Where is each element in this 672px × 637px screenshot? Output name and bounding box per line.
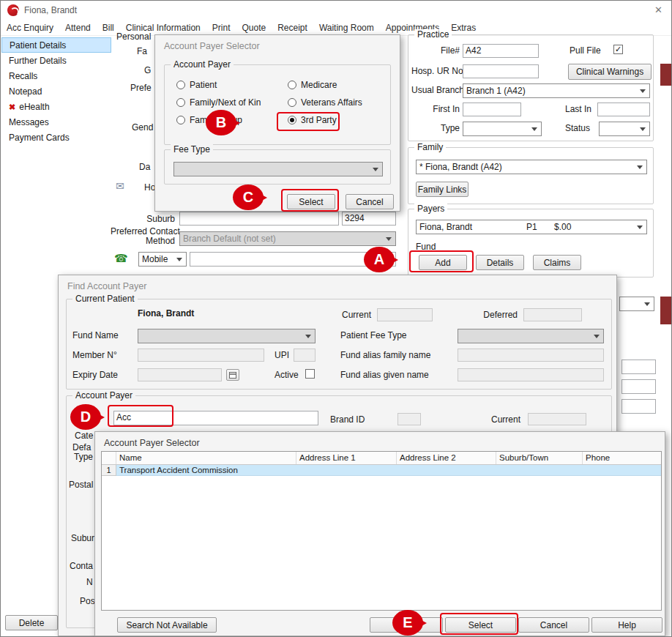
menu-acc-enquiry[interactable]: Acc Enquiry <box>7 23 53 33</box>
family-member-combo[interactable]: * Fiona, Brandt (A42) <box>416 160 647 174</box>
dialog-title: Find Account Payer <box>67 281 146 291</box>
marker-c: C <box>233 185 264 210</box>
sidebar-item-payment-cards[interactable]: Payment Cards <box>1 130 111 145</box>
current-label: Current <box>324 310 371 320</box>
payer-results-table: Name Address Line 1 Address Line 2 Subur… <box>101 451 662 611</box>
sidebar-item-patient-details[interactable]: Patient Details <box>1 37 111 53</box>
menu-waiting-room[interactable]: Waiting Room <box>319 23 374 33</box>
fund-label: Fund <box>416 242 436 252</box>
column-header-phone[interactable]: Phone <box>583 452 662 464</box>
suburb-field[interactable] <box>179 212 339 226</box>
last-in-field[interactable] <box>597 103 650 116</box>
radio-veterans-affairs[interactable]: Veterans Affairs <box>288 97 362 108</box>
account-payer-search-input[interactable]: Acc <box>113 411 318 425</box>
menu-attend[interactable]: Attend <box>65 23 91 33</box>
upi-label: UPI <box>275 350 289 360</box>
status-combo[interactable] <box>599 122 650 136</box>
fund-details-button[interactable]: Details <box>476 255 524 270</box>
fee-type-group: Fee Type <box>164 149 391 185</box>
n-label-partial: N <box>86 577 93 587</box>
menu-receipt[interactable]: Receipt <box>277 23 307 33</box>
search-not-available-button[interactable]: Search Not Available <box>117 617 217 633</box>
menu-extras[interactable]: Extras <box>451 23 476 33</box>
patient-fee-type-combo <box>458 329 604 343</box>
marker-a: A <box>364 247 395 272</box>
title-bar: Fiona, Brandt ✕ <box>1 1 671 20</box>
column-header-address1[interactable]: Address Line 1 <box>296 452 397 464</box>
fund-claims-button[interactable]: Claims <box>533 255 581 270</box>
type-label: Type <box>411 123 460 133</box>
menu-quote[interactable]: Quote <box>242 23 266 33</box>
contact-label-partial: Conta <box>70 561 93 571</box>
menu-bill[interactable]: Bill <box>102 23 114 33</box>
menu-print[interactable]: Print <box>212 23 231 33</box>
background-field-fragment <box>621 360 656 374</box>
file-label: File# <box>411 45 460 56</box>
phone-icon: ☎ <box>114 252 128 265</box>
table-row[interactable]: Transport Accident Commission <box>116 465 661 476</box>
patient-name-value: Fiona, Brandt <box>138 308 194 318</box>
column-header-address2[interactable]: Address Line 2 <box>397 452 496 464</box>
pos-label-partial: Pos <box>80 596 95 606</box>
file-number-field[interactable]: A42 <box>463 44 539 58</box>
deferred-label: Deferred <box>471 310 518 320</box>
current-field-2 <box>528 413 586 425</box>
personal-group-label: Personal <box>116 31 151 42</box>
account-payer-group-label: Account Payer <box>72 390 135 401</box>
sidebar-item-ehealth[interactable]: ✖eHealth <box>1 99 111 114</box>
given-name-label: G <box>144 65 151 75</box>
selector-select-button[interactable]: Select <box>287 194 335 209</box>
hosp-ur-field[interactable] <box>463 64 539 78</box>
fund-alias-given-field <box>458 368 604 381</box>
postcode-field[interactable]: 3294 <box>342 212 396 226</box>
usual-branch-combo[interactable]: Branch 1 (A42) <box>463 83 650 98</box>
sidebar-item-notepad[interactable]: Notepad <box>1 83 111 99</box>
radio-patient[interactable]: Patient <box>176 80 217 90</box>
background-window-fragment <box>660 297 672 324</box>
payer-combo[interactable]: Fiona, Brandt P1 $.00 <box>416 220 647 234</box>
sidebar-item-recalls[interactable]: Recalls <box>1 68 111 83</box>
selector-cancel-button[interactable]: Cancel <box>346 194 394 209</box>
calendar-icon[interactable] <box>226 369 239 381</box>
account-payer-selector-dialog: Account Payer Selector Account Payer Pat… <box>154 34 400 212</box>
practice-group: Practice File# A42 Pull File ✓ Hosp. UR … <box>408 34 654 141</box>
account-payer-group-label: Account Payer <box>171 59 234 70</box>
column-header-suburb[interactable]: Suburb/Town <box>496 452 583 464</box>
type-label-partial: Type <box>74 452 93 462</box>
fund-add-button[interactable]: Add <box>419 255 467 270</box>
results-cancel-button[interactable]: Cancel <box>518 617 589 633</box>
family-links-button[interactable]: Family Links <box>416 182 468 197</box>
mobile-type-combo[interactable]: Mobile <box>138 252 187 267</box>
column-header-name[interactable]: Name <box>116 452 296 464</box>
first-in-field[interactable] <box>463 103 521 116</box>
row-number: 1 <box>102 465 116 476</box>
usual-branch-label: Usual Branch <box>411 85 460 95</box>
pull-file-checkbox[interactable]: ✓ <box>613 45 623 54</box>
payers-group-label: Payers <box>414 204 447 214</box>
type-combo[interactable] <box>463 122 542 136</box>
results-help-button[interactable]: Help <box>591 617 662 633</box>
category-label-partial: Cate <box>75 431 93 441</box>
radio-family-next-of-kin[interactable]: Family/Next of Kin <box>176 97 261 108</box>
close-icon[interactable]: ✕ <box>654 4 662 15</box>
table-header-row: Name Address Line 1 Address Line 2 Subur… <box>102 452 661 465</box>
status-label: Status <box>565 123 590 133</box>
sidebar-item-messages[interactable]: Messages <box>1 114 111 130</box>
radio-medicare[interactable]: Medicare <box>288 80 337 90</box>
background-field-fragment <box>621 399 656 414</box>
radio-3rd-party[interactable]: 3rd Party <box>288 115 337 125</box>
clinical-warnings-button[interactable]: Clinical Warnings <box>568 64 652 80</box>
sidebar-item-further-details[interactable]: Further Details <box>1 53 111 68</box>
dob-label: Da <box>139 162 150 172</box>
active-checkbox[interactable] <box>305 369 315 379</box>
preferred-contact-method-combo[interactable]: Branch Default (not set) <box>179 231 396 246</box>
brand-id-field <box>397 413 421 425</box>
app-logo-icon <box>7 4 19 16</box>
brand-id-label: Brand ID <box>330 414 365 425</box>
delete-button[interactable]: Delete <box>5 615 58 630</box>
fund-alias-given-label: Fund alias given name <box>340 370 429 380</box>
preferred-contact-method-label: Preferred Contact Method <box>111 227 175 246</box>
results-select-button[interactable]: Select <box>445 617 516 633</box>
account-payer-results-dialog: Account Payer Selector Name Address Line… <box>94 431 665 636</box>
current-patient-group-label: Current Patient <box>72 294 138 304</box>
